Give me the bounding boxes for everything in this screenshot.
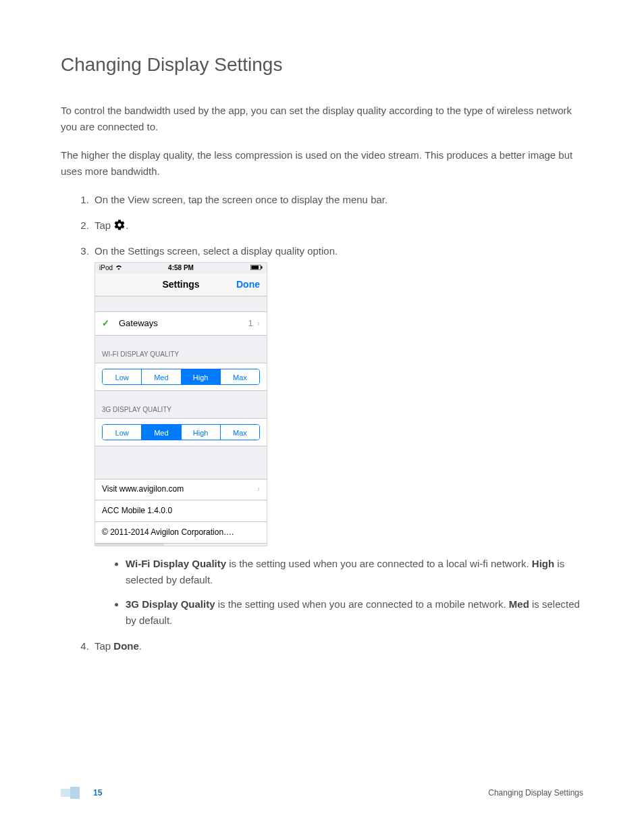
g3-seg-high[interactable]: High xyxy=(182,425,221,440)
gateways-count: 1 xyxy=(248,317,252,331)
visit-label: Visit www.avigilon.com xyxy=(102,483,257,496)
gateways-row[interactable]: ✓ Gateways 1 › xyxy=(95,311,267,336)
page-title: Changing Display Settings xyxy=(61,54,583,76)
g3-quality-segment: Low Med High Max xyxy=(102,424,260,440)
wifi-seg-high[interactable]: High xyxy=(182,369,221,384)
status-carrier: iPod xyxy=(99,263,113,273)
g3-segment-wrap: Low Med High Max xyxy=(95,418,267,446)
footer-decoration-icon xyxy=(61,787,80,799)
check-icon: ✓ xyxy=(102,317,109,331)
steps-list: On the View screen, tap the screen once … xyxy=(61,192,583,654)
step-3-text: On the Settings screen, select a display… xyxy=(95,245,338,257)
quality-bullets: Wi-Fi Display Quality is the setting use… xyxy=(95,556,583,629)
status-time: 4:58 PM xyxy=(154,263,209,273)
g3-seg-low[interactable]: Low xyxy=(103,425,142,440)
paragraph-2: The higher the display quality, the less… xyxy=(61,147,583,180)
bullet-3g-mid: is the setting used when you are connect… xyxy=(215,598,509,610)
step-2-prefix: Tap xyxy=(95,219,113,231)
step-1: On the View screen, tap the screen once … xyxy=(92,192,583,208)
bullet-3g-bold: 3G Display Quality xyxy=(126,598,215,610)
document-page: Changing Display Settings To control the… xyxy=(0,0,644,654)
g3-seg-med[interactable]: Med xyxy=(142,425,181,440)
step-2: Tap . xyxy=(92,217,583,234)
page-footer: 15 Changing Display Settings xyxy=(0,787,644,799)
battery-icon xyxy=(250,263,263,273)
g3-quality-header: 3G DISPLAY QUALITY xyxy=(95,391,267,418)
gear-icon xyxy=(113,219,126,231)
step-4-prefix: Tap xyxy=(95,640,113,652)
bullet-wifi-bold: Wi-Fi Display Quality xyxy=(126,558,226,569)
wifi-seg-med[interactable]: Med xyxy=(142,369,181,384)
version-label: ACC Mobile 1.4.0.0 xyxy=(102,504,260,517)
nav-bar: Settings Done xyxy=(95,273,267,296)
step-3: On the Settings screen, select a display… xyxy=(92,243,583,629)
status-bar: iPod 4:58 PM xyxy=(95,263,267,273)
wifi-seg-low[interactable]: Low xyxy=(103,369,142,384)
visit-row[interactable]: Visit www.avigilon.com › xyxy=(95,479,267,500)
bullet-3g-bold2: Med xyxy=(509,598,529,610)
step-4-bold: Done xyxy=(113,640,139,652)
chevron-right-icon: › xyxy=(257,317,260,331)
copyright-row: © 2011-2014 Avigilon Corporation…. xyxy=(95,522,267,544)
svg-rect-2 xyxy=(261,266,263,269)
footer-section-title: Changing Display Settings xyxy=(488,788,583,798)
step-4-suffix: . xyxy=(139,640,142,652)
chevron-right-icon: › xyxy=(257,483,260,496)
scroll-indicator xyxy=(95,544,164,546)
page-number: 15 xyxy=(93,788,102,798)
wifi-quality-header: WI-FI DISPLAY QUALITY xyxy=(95,336,267,363)
bullet-3g: 3G Display Quality is the setting used w… xyxy=(126,596,583,629)
bullet-wifi-bold2: High xyxy=(532,558,554,569)
wifi-segment-wrap: Low Med High Max xyxy=(95,363,267,391)
copyright-label: © 2011-2014 Avigilon Corporation…. xyxy=(102,526,260,539)
version-row: ACC Mobile 1.4.0.0 xyxy=(95,500,267,522)
phone-settings-mock: iPod 4:58 PM Settings Done ✓ Gateways xyxy=(95,262,267,546)
svg-rect-1 xyxy=(251,265,259,269)
step-2-suffix: . xyxy=(126,219,128,231)
wifi-seg-max[interactable]: Max xyxy=(221,369,259,384)
phone-footer-rows: Visit www.avigilon.com › ACC Mobile 1.4.… xyxy=(95,479,267,544)
g3-seg-max[interactable]: Max xyxy=(221,425,259,440)
bullet-wifi-mid: is the setting used when you are connect… xyxy=(226,558,532,569)
wifi-icon xyxy=(115,263,122,273)
step-4: Tap Done. xyxy=(92,638,583,654)
gateways-label: Gateways xyxy=(119,317,248,331)
paragraph-1: To control the bandwidth used by the app… xyxy=(61,103,583,135)
wifi-quality-segment: Low Med High Max xyxy=(102,369,260,385)
nav-title: Settings xyxy=(95,277,267,292)
bullet-wifi: Wi-Fi Display Quality is the setting use… xyxy=(126,556,583,588)
